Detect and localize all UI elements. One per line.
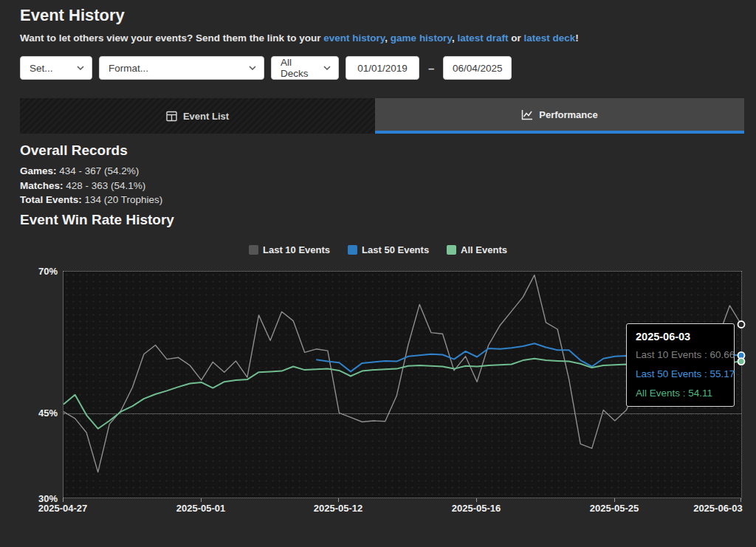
x-axis-tick	[740, 498, 741, 502]
win-rate-chart: 70% 45% 30% 2025-04-272025-05-012025-05-…	[0, 262, 756, 547]
chevron-down-icon	[249, 66, 256, 70]
tab-event-list[interactable]: Event List	[20, 98, 375, 134]
x-axis-label: 2025-04-27	[38, 503, 88, 514]
tooltip-date: 2025-06-03	[636, 331, 725, 343]
overall-records-heading: Overall Records	[20, 142, 128, 159]
latest-draft-link[interactable]: latest draft	[457, 32, 508, 44]
x-axis-tick	[63, 498, 63, 502]
event-history-link[interactable]: event history	[323, 32, 385, 44]
x-axis-label: 2025-05-16	[452, 503, 501, 514]
x-axis-tick	[338, 498, 339, 502]
x-axis-label: 2025-05-12	[314, 503, 363, 514]
tooltip-row-all-events: All Events : 54.11	[636, 384, 725, 403]
legend-item-last-10[interactable]: Last 10 Events	[249, 244, 330, 255]
chart-legend: Last 10 Events Last 50 Events All Events	[0, 244, 756, 255]
legend-swatch-last-50	[348, 245, 357, 255]
event-list-icon	[166, 111, 177, 122]
tooltip-row-last-50: Last 50 Events : 55.17	[636, 365, 725, 384]
x-axis-label: 2025-05-01	[176, 503, 226, 514]
format-select-value: Format...	[109, 63, 148, 74]
legend-item-last-50[interactable]: Last 50 Events	[348, 244, 429, 255]
y-axis-label: 70%	[22, 266, 58, 277]
latest-deck-link[interactable]: latest deck	[523, 32, 575, 44]
win-rate-history-heading: Event Win Rate History	[20, 212, 174, 228]
chart-tooltip: 2025-06-03 Last 10 Events : 60.66 Last 5…	[626, 323, 735, 407]
performance-chart-icon	[521, 109, 533, 120]
decks-select-value: All Decks	[281, 57, 317, 79]
legend-item-all-events[interactable]: All Events	[447, 244, 507, 255]
format-select[interactable]: Format...	[99, 56, 264, 80]
legend-swatch-last-10	[249, 245, 258, 255]
games-record: Games: 434 - 367 (54.2%)	[20, 164, 162, 179]
tab-performance-label: Performance	[539, 109, 597, 120]
set-select-value: Set...	[30, 63, 53, 74]
endpoint-marker-2	[738, 358, 745, 365]
subtitle-text: Want to let others view your events? Sen…	[20, 32, 323, 44]
set-select[interactable]: Set...	[20, 56, 92, 80]
tab-event-list-label: Event List	[183, 111, 229, 122]
tab-performance[interactable]: Performance	[375, 98, 744, 134]
view-tabs: Event List Performance	[20, 98, 744, 134]
share-links-text: Want to let others view your events? Sen…	[20, 32, 579, 44]
tooltip-row-last-10: Last 10 Events : 60.66	[636, 345, 725, 365]
legend-swatch-all-events	[447, 245, 456, 255]
chevron-down-icon	[323, 66, 331, 70]
page-title: Event History	[20, 6, 125, 25]
decks-select[interactable]: All Decks	[271, 56, 339, 80]
x-axis-tick	[614, 498, 615, 502]
event-history-page: Event History Want to let others view yo…	[0, 0, 756, 547]
filter-bar: Set... Format... All Decks –	[20, 56, 512, 80]
x-axis-tick	[201, 498, 202, 502]
game-history-link[interactable]: game history	[391, 32, 452, 44]
date-range-separator: –	[426, 62, 436, 75]
x-axis-label: 2025-05-25	[590, 503, 639, 514]
matches-record: Matches: 428 - 363 (54.1%)	[20, 179, 162, 193]
date-to-input[interactable]	[443, 56, 512, 80]
y-axis-label: 45%	[22, 407, 58, 419]
chevron-down-icon	[77, 66, 84, 70]
date-from-input[interactable]	[346, 56, 419, 80]
total-events-record: Total Events: 134 (20 Trophies)	[20, 193, 162, 207]
x-axis-tick	[476, 498, 477, 502]
overall-records: Games: 434 - 367 (54.2%) Matches: 428 - …	[20, 164, 162, 207]
x-axis-label: 2025-06-03	[693, 503, 743, 514]
endpoint-marker-0	[738, 321, 745, 328]
